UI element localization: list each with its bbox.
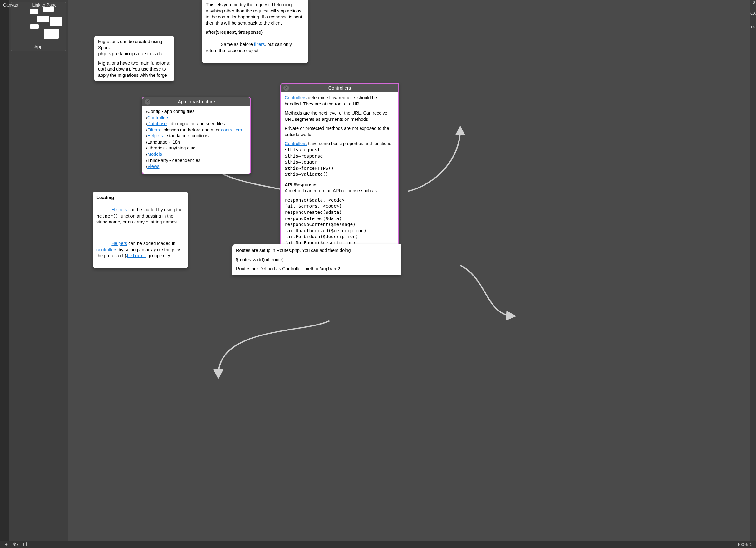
- text: Controllers determine how requests shoul…: [285, 95, 395, 107]
- code: response($data, <code>): [285, 197, 395, 203]
- text: Private or protected methods are not exp…: [285, 125, 395, 138]
- text: This lets you modify the request. Return…: [206, 2, 304, 26]
- heading: API Responses: [285, 182, 395, 188]
- thumbnail-label: App: [34, 44, 43, 49]
- text: - standalone functions: [163, 133, 209, 138]
- code: php spark migrate:create: [98, 51, 170, 57]
- card-loading[interactable]: Loading Helpers can be loaded by using t…: [93, 192, 188, 268]
- top-tabs: Canvas Link to Page: [0, 0, 59, 9]
- card-routes[interactable]: Routes are setup in Routes.php. You can …: [232, 244, 401, 275]
- text: have some basic properties and functions…: [307, 141, 393, 146]
- text: Same as before: [221, 42, 254, 47]
- card-app-infrastructure[interactable]: ✕ App Infrastructure /Config - app confi…: [142, 97, 251, 174]
- right-rail-item[interactable]: Th: [750, 25, 756, 29]
- text: can be added loaded in: [127, 241, 177, 246]
- code: respondNoContent($message): [285, 222, 395, 228]
- code: respondDeleted($data): [285, 216, 395, 222]
- text: /Filters - classes run before and after …: [146, 127, 247, 133]
- code: $this→response: [285, 153, 395, 159]
- link-helpers-prop[interactable]: helpers: [127, 253, 146, 258]
- text: property: [146, 253, 171, 258]
- text: - db migration and seed files: [167, 121, 225, 126]
- panel-toggle-icon[interactable]: [22, 542, 27, 546]
- text: /ThirdParty - dependencies: [146, 158, 247, 164]
- canvas-thumbnail[interactable]: App: [11, 2, 66, 51]
- canvas[interactable]: Migrations can be created using Spark: p…: [68, 0, 750, 541]
- left-rail: [0, 0, 9, 541]
- code: failUnauthorized($description): [285, 228, 395, 234]
- tab-link-to-page[interactable]: Link to Page: [30, 1, 59, 9]
- text: Helpers can be added loaded in controlle…: [96, 234, 184, 265]
- text: after($request, $response): [206, 29, 304, 36]
- link-helpers[interactable]: Helpers: [111, 207, 127, 212]
- card-migrations[interactable]: Migrations can be created using Spark: p…: [94, 36, 174, 81]
- text: Migrations have two main functions: up()…: [98, 60, 170, 79]
- text: Methods are the next level of the URL. C…: [285, 110, 395, 122]
- link-controllers[interactable]: controllers: [221, 127, 242, 132]
- footer: ＋ ✻▾ 100% ⇅: [0, 541, 756, 548]
- card-header[interactable]: ✕ Controllers: [281, 84, 398, 92]
- link-views[interactable]: Views: [147, 164, 159, 169]
- code: failForbidden($description): [285, 234, 395, 240]
- text: /Models: [146, 151, 247, 158]
- text: - classes run before and after: [160, 127, 221, 132]
- text: /Config - app config files: [146, 109, 247, 115]
- code: $helpers: [124, 253, 146, 258]
- text: /Language - i18n: [146, 139, 247, 145]
- text: Routes are setup in Routes.php. You can …: [236, 247, 397, 254]
- close-icon[interactable]: ✕: [283, 85, 289, 91]
- right-rail-item[interactable]: CA: [750, 11, 756, 16]
- card-title: App Infrastructure: [178, 99, 215, 105]
- text: Helpers can be loaded by using the helpe…: [96, 201, 184, 232]
- code: respondCreated($data): [285, 209, 395, 216]
- right-rail: S CA Th: [750, 0, 756, 541]
- code: fail($errors, <code>): [285, 203, 395, 209]
- text: Routes are Defined as Controller::method…: [236, 266, 397, 272]
- link-helpers[interactable]: Helpers: [111, 241, 127, 246]
- heading: Loading: [96, 195, 184, 201]
- link-helpers[interactable]: Helpers: [147, 133, 163, 138]
- right-rail-item[interactable]: S: [753, 1, 755, 5]
- text: Migrations can be created using Spark:: [98, 39, 170, 51]
- code: $this→forceHTTPS(): [285, 165, 395, 172]
- close-icon[interactable]: ✕: [145, 99, 150, 105]
- link-filters[interactable]: filters: [254, 42, 265, 47]
- gear-icon[interactable]: ✻▾: [12, 542, 18, 547]
- code: $this→logger: [285, 159, 395, 165]
- add-icon[interactable]: ＋: [4, 541, 9, 548]
- text: /Database - db migration and seed files: [146, 121, 247, 127]
- card-header[interactable]: ✕ App Infrastructure: [142, 97, 250, 106]
- link-database[interactable]: Database: [147, 121, 167, 126]
- zoom-stepper-icon[interactable]: ⇅: [749, 542, 752, 547]
- text: $routes->add(url, route): [236, 257, 397, 263]
- link-controllers[interactable]: Controllers: [285, 141, 307, 146]
- link-controllers[interactable]: controllers: [96, 247, 117, 252]
- text: /Helpers - standalone functions: [146, 133, 247, 139]
- link-models[interactable]: Models: [147, 152, 162, 157]
- link-filters[interactable]: Filters: [147, 127, 160, 132]
- code: $this→request: [285, 147, 395, 153]
- thumbnail-preview: [12, 4, 64, 42]
- card-title: Controllers: [328, 85, 351, 91]
- link-controllers[interactable]: Controllers: [285, 95, 307, 100]
- zoom-level[interactable]: 100%: [737, 542, 748, 547]
- link-controllers[interactable]: Controllers: [147, 115, 169, 120]
- text: can be loaded by using the: [127, 207, 184, 212]
- text: /Libraries - anything else: [146, 145, 247, 151]
- card-filters[interactable]: This lets you modify the request. Return…: [202, 0, 308, 63]
- sidebar: App: [9, 0, 68, 541]
- card-controllers[interactable]: ✕ Controllers Controllers determine how …: [280, 83, 399, 257]
- code: helper(): [96, 213, 118, 218]
- tab-canvas[interactable]: Canvas: [1, 1, 20, 9]
- code: $this→validate(): [285, 171, 395, 178]
- text: /Controllers: [146, 115, 247, 121]
- text: /Views: [146, 164, 247, 170]
- text: Same as before filters, but can only ret…: [206, 36, 304, 60]
- text: A method can return an API response such…: [285, 188, 395, 194]
- text: Controllers have some basic properties a…: [285, 141, 395, 147]
